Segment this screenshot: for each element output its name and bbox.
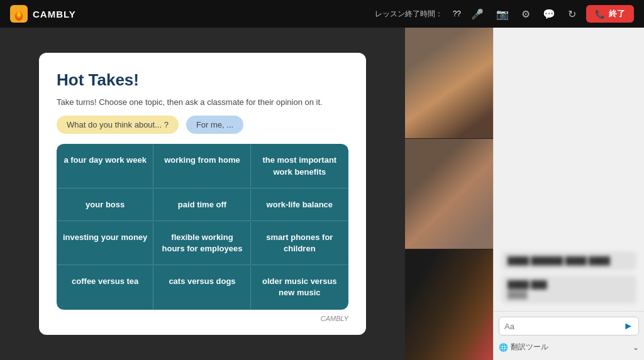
refresh-button[interactable]: ↻ <box>565 6 579 23</box>
chat-input[interactable] <box>504 322 619 331</box>
topbar-logo-text: CAMBLY <box>33 9 76 19</box>
timer-value: ?? <box>453 9 461 18</box>
chat-message-text-1: ████ ██████ ████ ████ <box>508 256 630 265</box>
slide-panel: Hot Takes! Take turns! Choose one topic,… <box>0 28 405 360</box>
svg-point-3 <box>18 13 21 17</box>
prompt-row: What do you think about... ? For me, ... <box>57 116 348 134</box>
chat-footer: ► 🌐 翻訳ツール ⌄ <box>494 311 644 360</box>
cambly-logo-icon <box>10 5 28 23</box>
chat-button[interactable]: 💬 <box>540 6 558 23</box>
prompt-bubble-1: What do you think about... ? <box>57 116 179 134</box>
topics-grid: a four day work week working from home t… <box>57 144 348 309</box>
topbar-right: レッスン終了時間： ?? 🎤 📷 ⚙ 💬 ↻ 📞 終了 <box>375 5 634 23</box>
chat-panel: ████ ██████ ████ ████ ████ ███ ████ ► 🌐 … <box>493 28 644 360</box>
topic-cell-2[interactable]: the most important work benefits <box>252 145 348 188</box>
topic-cell-11[interactable]: older music versus new music <box>252 266 348 308</box>
chat-message-2: ████ ███ ████ <box>501 275 636 303</box>
chevron-down-icon: ⌄ <box>633 343 639 352</box>
translate-icon: 🌐 <box>499 343 508 352</box>
topic-cell-6[interactable]: investing your money <box>57 222 153 265</box>
video-placeholder-1 <box>405 28 493 138</box>
topbar-left: CAMBLY <box>10 5 76 23</box>
topic-cell-9[interactable]: coffee versus tea <box>57 266 153 308</box>
topic-cell-4[interactable]: paid time off <box>154 189 250 221</box>
settings-button[interactable]: ⚙ <box>519 6 533 23</box>
mic-button[interactable]: 🎤 <box>469 6 486 23</box>
video-feed-1 <box>405 28 493 139</box>
camera-button[interactable]: 📷 <box>494 6 511 23</box>
topic-cell-10[interactable]: cats versus dogs <box>154 266 250 308</box>
chat-message-1: ████ ██████ ████ ████ <box>501 251 636 270</box>
video-feed-3 <box>405 249 493 360</box>
main-content: Hot Takes! Take turns! Choose one topic,… <box>0 28 644 360</box>
slide-watermark: CAMBLY <box>57 315 348 322</box>
topic-cell-5[interactable]: work-life balance <box>252 189 348 221</box>
topic-cell-8[interactable]: smart phones for children <box>252 222 348 265</box>
phone-icon: 📞 <box>595 9 605 19</box>
slide-subtitle: Take turns! Choose one topic, then ask a… <box>57 97 348 107</box>
video-placeholder-2 <box>405 139 493 249</box>
prompt-bubble-2: For me, ... <box>186 116 243 134</box>
video-panel <box>405 28 493 360</box>
translate-row[interactable]: 🌐 翻訳ツール ⌄ <box>499 339 639 355</box>
chat-input-row[interactable]: ► <box>499 317 639 335</box>
chat-body: ████ ██████ ████ ████ ████ ███ ████ <box>494 28 644 311</box>
topic-cell-0[interactable]: a four day work week <box>57 145 153 188</box>
end-lesson-button[interactable]: 📞 終了 <box>586 5 634 23</box>
topic-cell-1[interactable]: working from home <box>154 145 250 188</box>
end-button-label: 終了 <box>609 8 625 19</box>
video-feed-2 <box>405 139 493 250</box>
slide-title: Hot Takes! <box>57 70 348 90</box>
chat-send-button[interactable]: ► <box>623 320 633 332</box>
timer-label: レッスン終了時間： <box>375 9 443 19</box>
topbar: CAMBLY レッスン終了時間： ?? 🎤 📷 ⚙ 💬 ↻ 📞 終了 <box>0 0 644 28</box>
topic-cell-3[interactable]: your boss <box>57 189 153 221</box>
video-placeholder-3 <box>405 249 493 360</box>
translate-text: 翻訳ツール <box>511 342 548 352</box>
chat-message-sub-2: ████ <box>508 291 630 298</box>
slide-card: Hot Takes! Take turns! Choose one topic,… <box>39 53 366 334</box>
translate-label: 🌐 翻訳ツール <box>499 342 548 352</box>
topic-cell-7[interactable]: flexible working hours for employees <box>154 222 250 265</box>
chat-message-text-2: ████ ███ <box>508 280 630 289</box>
